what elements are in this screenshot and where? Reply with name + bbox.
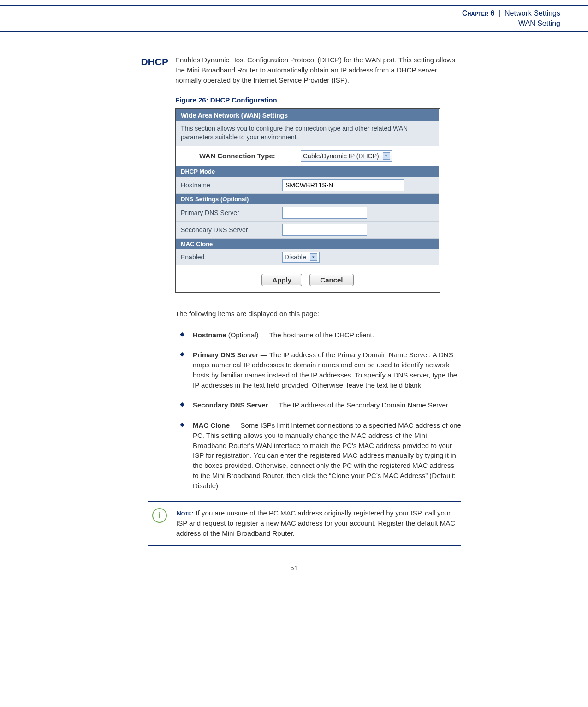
cancel-button[interactable]: Cancel [309, 274, 353, 286]
chapter-title: Network Settings [505, 9, 560, 17]
page-header: Chapter 6 | Network Settings WAN Setting [0, 6, 588, 32]
item-desc: — The IP address of the Secondary Domain… [268, 401, 450, 409]
section-bar-dhcp-mode: DHCP Mode [176, 166, 439, 177]
note-text: If you are unsure of the PC MAC address … [176, 509, 455, 537]
section-bar-mac-clone: MAC Clone [176, 239, 439, 249]
panel-title: Wide Area Network (WAN) Settings [176, 109, 439, 121]
item-desc: (Optional) — The hostname of the DHCP cl… [226, 331, 374, 339]
item-desc: — Some ISPs limit Internet connections t… [193, 421, 461, 490]
item-term: MAC Clone [193, 421, 230, 429]
info-icon: i [152, 508, 167, 523]
items-intro: The following items are displayed on thi… [175, 309, 461, 319]
figure-caption: Figure 26: DHCP Configuration [175, 96, 461, 104]
chapter-label: Chapter 6 [462, 9, 494, 17]
mac-clone-enabled-value: Disable [285, 253, 306, 261]
chevron-down-icon: ▾ [383, 152, 390, 160]
chevron-down-icon: ▾ [310, 253, 317, 261]
secondary-dns-label: Secondary DNS Server [181, 226, 282, 234]
hostname-label: Hostname [181, 181, 282, 189]
hostname-input[interactable] [282, 179, 404, 191]
note-block: i Note: If you are unsure of the PC MAC … [148, 501, 461, 545]
list-item: Primary DNS Server — The IP address of t… [175, 350, 461, 390]
item-term: Primary DNS Server [193, 351, 259, 359]
figure-screenshot: Wide Area Network (WAN) Settings This se… [175, 108, 440, 292]
page-number: – 51 – [0, 564, 588, 572]
intro-paragraph: Enables Dynamic Host Configuration Proto… [175, 55, 461, 85]
list-item: Secondary DNS Server — The IP address of… [175, 400, 461, 410]
mac-clone-enabled-select[interactable]: Disable ▾ [282, 252, 320, 263]
mac-clone-enabled-label: Enabled [181, 253, 282, 261]
item-term: Secondary DNS Server [193, 401, 268, 409]
panel-description: This section allows you to configure the… [176, 121, 439, 145]
item-term: Hostname [193, 331, 226, 339]
section-bar-dns: DNS Settings (Optional) [176, 194, 439, 204]
wan-conn-type-select[interactable]: Cable/Dynamic IP (DHCP) ▾ [301, 150, 392, 162]
items-list: Hostname (Optional) — The hostname of th… [175, 330, 461, 491]
section-heading: DHCP [0, 56, 168, 67]
list-item: MAC Clone — Some ISPs limit Internet con… [175, 420, 461, 491]
secondary-dns-input[interactable] [282, 224, 367, 236]
chapter-subtitle: WAN Setting [518, 19, 560, 27]
primary-dns-label: Primary DNS Server [181, 209, 282, 216]
wan-conn-type-value: Cable/Dynamic IP (DHCP) [303, 152, 379, 160]
wan-conn-type-label: WAN Connection Type: [199, 152, 301, 160]
list-item: Hostname (Optional) — The hostname of th… [175, 330, 461, 340]
primary-dns-input[interactable] [282, 207, 367, 219]
apply-button[interactable]: Apply [261, 274, 302, 286]
header-separator: | [499, 9, 500, 17]
note-label: Note: [176, 509, 194, 517]
